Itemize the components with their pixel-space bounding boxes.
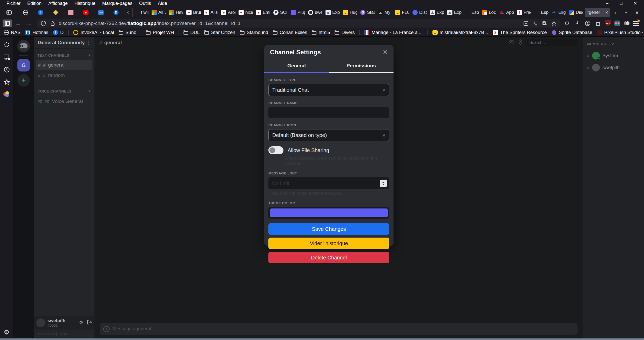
bookmark-item[interactable]: fD [53,30,64,35]
forward-button[interactable]: → [24,19,34,27]
tab-general[interactable]: General [264,59,329,72]
message-limit-input[interactable] [268,177,389,189]
browser-tab[interactable]: swefpi [307,8,324,17]
bookmark-item[interactable]: Divers [335,30,355,35]
browser-tab[interactable]: fFree : [515,8,533,17]
menu-fichier[interactable]: Fichier [3,0,24,7]
tab-permissions[interactable]: Permissions [329,59,394,72]
menu-marque-pages[interactable]: Marque-pages [99,0,136,7]
scroll-tabs-left-button[interactable]: ‹ [124,9,132,16]
minimize-button[interactable]: – [602,1,612,6]
channel-type-select[interactable]: Traditional Chat ∨ [268,84,389,96]
pinned-tab-diamond[interactable] [48,8,63,17]
member-swefpifh[interactable]: #swefpifh [583,62,644,74]
extension-circles-icon[interactable] [624,21,629,26]
menu--dition[interactable]: Édition [24,0,45,7]
add-text-channel-button[interactable]: + [88,53,91,58]
browser-tab[interactable]: Explor [324,8,341,17]
logout-icon[interactable] [87,320,92,326]
browser-tab[interactable]: Explor [446,8,463,17]
browser-tab[interactable]: Explor [428,8,446,17]
lock-icon[interactable] [49,20,56,27]
pinned-tab-synology[interactable]: D [109,8,124,17]
bookmark-item[interactable]: NAS [4,30,21,35]
close-tab-icon[interactable]: ✕ [605,10,608,15]
browser-tab[interactable]: Emie0 [254,8,272,17]
voice-channel-voice-general[interactable]: Voice General [36,96,92,106]
browser-tab[interactable]: All Siz [150,8,167,17]
number-spinner[interactable] [380,180,387,187]
save-page-icon[interactable] [523,20,529,27]
new-tab-button[interactable]: + [622,10,631,16]
browser-tab[interactable]: My Ha [376,8,394,17]
bookmark-item[interactable]: Conan Exiles [273,30,307,35]
browser-tab[interactable]: Espace abo [533,8,550,17]
browser-tab[interactable]: Locati [480,8,498,17]
browser-tab[interactable]: Espace clie [463,8,480,17]
server-button-general-community[interactable]: G [17,59,30,71]
translate-page-icon[interactable]: A? [541,20,548,27]
delete-channel-button[interactable]: Delete Channel [268,252,389,263]
save-changes-button[interactable]: Save Changes [268,223,389,235]
bookmark-item[interactable]: Starbound [240,30,268,35]
pinned-tab-globe[interactable] [18,8,33,17]
browser-tab[interactable]: PSCI RE [272,8,289,17]
search-input[interactable] [527,39,578,46]
discord-home-button[interactable] [17,40,30,52]
server-menu-kebab-icon[interactable]: ⋮ [86,40,91,45]
close-button[interactable]: ✕ [631,1,640,6]
app-menu-icon[interactable] [633,21,639,26]
browser-tab[interactable]: FLUX. [394,8,411,17]
add-voice-channel-button[interactable]: + [88,89,91,94]
bookmark-item[interactable]: html5 [312,30,330,35]
theme-color-picker[interactable] [268,207,389,219]
chatgpt-icon[interactable] [3,41,10,48]
browser-tab[interactable]: t will f [133,8,150,17]
pinned-messages-icon[interactable] [518,40,523,46]
browser-tab[interactable]: niciar [237,8,254,17]
extensions-puzzle-icon[interactable] [595,20,601,27]
bookmark-item[interactable]: Hotmail [25,30,48,35]
bookmark-item[interactable]: mistralai/Mixtral-8x7B... [432,30,488,35]
list-all-tabs-button[interactable]: ∨ [633,9,641,16]
pinned-tab-facebook[interactable]: f [33,8,48,17]
maximize-button[interactable]: □ [616,1,626,6]
bookmark-item[interactable]: InvokeAI - Local [73,30,114,35]
browser-tab[interactable]: Discor [567,8,585,17]
bookmark-item[interactable]: Star Citizen [204,30,235,35]
account-icon[interactable] [584,20,591,27]
browser-tab[interactable]: Plugin [289,8,307,17]
attach-plus-icon[interactable]: + [103,326,110,332]
browser-tab[interactable]: Aromy [220,8,237,17]
clear-history-button[interactable]: Vider l'historique [268,238,389,249]
ublock-origin-icon[interactable]: uO [605,20,611,27]
channel-name-input[interactable] [268,107,389,118]
pinned-tab-dsm[interactable]: DSM [93,8,109,17]
user-settings-gear-icon[interactable]: ⚙ [79,320,83,326]
screen-share-icon[interactable] [3,54,10,61]
message-input[interactable] [113,326,574,332]
sidebar-settings-gear-icon[interactable]: ⚙ [0,329,13,336]
modal-close-icon[interactable]: ✕ [383,49,388,56]
url-bar[interactable]: discord-like-php-chat-7262.dev.flatlogic… [37,19,560,28]
menu-affichage[interactable]: Affichage [45,0,71,7]
members-toggle-icon[interactable] [509,40,514,45]
message-bar[interactable]: + [100,323,578,335]
translate-icon[interactable]: 文A [532,20,539,27]
sidebar-toggle-button[interactable] [3,19,12,27]
pinned-tab-sprite[interactable] [63,8,78,17]
reload-icon[interactable] [564,20,570,27]
bookmark-item[interactable]: Projet WH [146,30,174,35]
channel-general[interactable]: ##general [36,60,92,70]
containers-colors-icon[interactable] [3,91,10,98]
bookmark-item[interactable]: PixelPlush Studio - Pix... [597,30,644,35]
spinner-up-icon[interactable] [382,182,385,183]
add-server-button[interactable]: + [17,74,30,87]
browser-tab[interactable]: Alister [202,8,220,17]
downloads-icon[interactable] [574,20,581,27]
channel-random[interactable]: ##random [36,70,92,80]
server-header[interactable]: General Community ⋮ [34,37,94,49]
extension-glasses-icon[interactable] [614,21,620,26]
bookmark-item[interactable]: SThe Spriters Resource [493,30,547,35]
bookmark-star-icon[interactable] [551,20,557,27]
